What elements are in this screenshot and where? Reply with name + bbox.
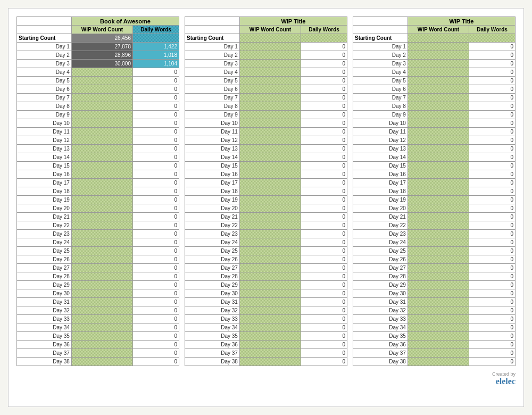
daily-words-cell[interactable]: 0 bbox=[469, 170, 516, 179]
wip-word-count-cell[interactable] bbox=[71, 170, 132, 179]
wip-word-count-cell[interactable] bbox=[239, 289, 301, 298]
daily-words-cell[interactable]: 0 bbox=[301, 213, 347, 221]
daily-words-cell[interactable]: 0 bbox=[469, 247, 516, 255]
wip-word-count-cell[interactable] bbox=[239, 85, 301, 94]
wip-word-count-cell[interactable] bbox=[408, 332, 469, 341]
wip-word-count-cell[interactable] bbox=[71, 128, 132, 136]
daily-words-cell[interactable]: 0 bbox=[469, 119, 516, 128]
daily-words-cell[interactable]: 0 bbox=[469, 289, 516, 298]
daily-words-cell[interactable]: 0 bbox=[301, 43, 347, 51]
wip-word-count-cell[interactable] bbox=[408, 119, 469, 128]
wip-word-count-cell[interactable] bbox=[408, 238, 469, 247]
wip-word-count-cell[interactable] bbox=[408, 204, 469, 213]
daily-words-cell[interactable]: 0 bbox=[133, 94, 179, 102]
daily-words-cell[interactable]: 0 bbox=[469, 272, 516, 281]
wip-word-count-cell[interactable] bbox=[239, 255, 301, 264]
daily-words-cell[interactable]: 0 bbox=[301, 162, 347, 170]
daily-words-cell[interactable]: 0 bbox=[301, 238, 347, 247]
wip-word-count-cell[interactable] bbox=[408, 349, 469, 358]
daily-words-cell[interactable]: 0 bbox=[469, 306, 516, 315]
daily-words-cell[interactable]: 0 bbox=[301, 196, 347, 204]
daily-words-cell[interactable]: 0 bbox=[133, 119, 179, 128]
wip-word-count-cell[interactable] bbox=[71, 238, 132, 247]
daily-words-cell[interactable]: 0 bbox=[133, 238, 179, 247]
daily-words-cell[interactable]: 0 bbox=[301, 153, 347, 162]
wip-word-count-cell[interactable] bbox=[408, 298, 469, 306]
daily-words-cell[interactable]: 0 bbox=[301, 306, 347, 315]
daily-words-cell[interactable]: 0 bbox=[301, 170, 347, 179]
daily-words-cell[interactable]: 0 bbox=[301, 230, 347, 238]
daily-words-cell[interactable]: 0 bbox=[133, 128, 179, 136]
daily-words-cell[interactable]: 0 bbox=[469, 323, 516, 332]
wip-word-count-cell[interactable] bbox=[408, 281, 469, 289]
wip-word-count-cell[interactable] bbox=[408, 136, 469, 145]
daily-words-cell[interactable]: 0 bbox=[133, 213, 179, 221]
daily-words-cell[interactable]: 0 bbox=[469, 145, 516, 153]
wip-word-count-cell[interactable] bbox=[71, 162, 132, 170]
wip-word-count-cell[interactable] bbox=[71, 94, 132, 102]
wip-word-count-cell[interactable] bbox=[408, 289, 469, 298]
wip-word-count-cell[interactable] bbox=[71, 153, 132, 162]
daily-words-cell[interactable]: 0 bbox=[469, 332, 516, 341]
daily-words-cell[interactable]: 0 bbox=[133, 221, 179, 230]
wip-word-count-cell[interactable] bbox=[408, 60, 469, 68]
wip-word-count-cell[interactable] bbox=[239, 170, 301, 179]
daily-words-cell[interactable]: 0 bbox=[133, 187, 179, 196]
wip-word-count-cell[interactable] bbox=[408, 306, 469, 315]
wip-word-count-cell[interactable] bbox=[408, 68, 469, 77]
wip-word-count-cell[interactable] bbox=[71, 289, 132, 298]
daily-words-cell[interactable]: 0 bbox=[133, 170, 179, 179]
daily-words-cell[interactable]: 0 bbox=[301, 264, 347, 272]
wip-word-count-cell[interactable] bbox=[71, 315, 132, 323]
wip-word-count-cell[interactable] bbox=[71, 306, 132, 315]
daily-words-cell[interactable]: 0 bbox=[133, 306, 179, 315]
wip-word-count-cell[interactable] bbox=[239, 51, 301, 60]
daily-words-cell[interactable]: 0 bbox=[469, 136, 516, 145]
wip-word-count-cell[interactable] bbox=[239, 306, 301, 315]
wip-word-count-cell[interactable] bbox=[71, 179, 132, 187]
wip-word-count-cell[interactable] bbox=[239, 111, 301, 119]
daily-words-cell[interactable]: 0 bbox=[133, 77, 179, 85]
wip-word-count-cell[interactable] bbox=[408, 221, 469, 230]
wip-word-count-cell[interactable] bbox=[239, 221, 301, 230]
wip-word-count-cell[interactable] bbox=[239, 128, 301, 136]
wip-word-count-cell[interactable] bbox=[408, 77, 469, 85]
wip-word-count-cell[interactable] bbox=[71, 298, 132, 306]
daily-words-cell[interactable]: 0 bbox=[469, 255, 516, 264]
daily-words-cell[interactable]: 0 bbox=[133, 179, 179, 187]
wip-word-count-cell[interactable] bbox=[408, 162, 469, 170]
wip-word-count-cell[interactable] bbox=[408, 85, 469, 94]
wip-word-count-cell[interactable] bbox=[239, 298, 301, 306]
daily-words-cell[interactable]: 0 bbox=[469, 102, 516, 111]
daily-words-cell[interactable]: 0 bbox=[469, 264, 516, 272]
daily-words-cell[interactable]: 0 bbox=[469, 196, 516, 204]
daily-words-cell[interactable]: 0 bbox=[469, 298, 516, 306]
daily-words-cell[interactable]: 0 bbox=[133, 255, 179, 264]
wip-word-count-cell[interactable] bbox=[71, 85, 132, 94]
starting-count-value-3[interactable] bbox=[408, 34, 469, 43]
daily-words-cell[interactable]: 0 bbox=[301, 145, 347, 153]
daily-words-cell[interactable]: 0 bbox=[133, 68, 179, 77]
daily-words-cell[interactable]: 0 bbox=[301, 323, 347, 332]
wip-word-count-cell[interactable] bbox=[239, 60, 301, 68]
daily-words-cell[interactable]: 0 bbox=[301, 94, 347, 102]
daily-words-cell[interactable]: 0 bbox=[133, 298, 179, 306]
wip-word-count-cell[interactable] bbox=[239, 323, 301, 332]
wip-word-count-cell[interactable]: 27,878 bbox=[71, 43, 132, 51]
daily-words-cell[interactable]: 0 bbox=[469, 68, 516, 77]
wip-word-count-cell[interactable] bbox=[408, 102, 469, 111]
daily-words-cell[interactable]: 0 bbox=[133, 145, 179, 153]
wip-word-count-cell[interactable] bbox=[408, 315, 469, 323]
wip-word-count-cell[interactable] bbox=[71, 281, 132, 289]
wip-word-count-cell[interactable] bbox=[71, 221, 132, 230]
daily-words-cell[interactable]: 0 bbox=[469, 187, 516, 196]
daily-words-cell[interactable]: 0 bbox=[469, 221, 516, 230]
daily-words-cell[interactable]: 0 bbox=[133, 153, 179, 162]
daily-words-cell[interactable]: 0 bbox=[133, 349, 179, 358]
daily-words-cell[interactable]: 0 bbox=[469, 162, 516, 170]
wip-word-count-cell[interactable]: 30,000 bbox=[71, 60, 132, 68]
daily-words-cell[interactable]: 0 bbox=[301, 77, 347, 85]
wip-word-count-cell[interactable] bbox=[239, 341, 301, 349]
wip-word-count-cell[interactable] bbox=[71, 272, 132, 281]
daily-words-cell[interactable]: 0 bbox=[301, 272, 347, 281]
